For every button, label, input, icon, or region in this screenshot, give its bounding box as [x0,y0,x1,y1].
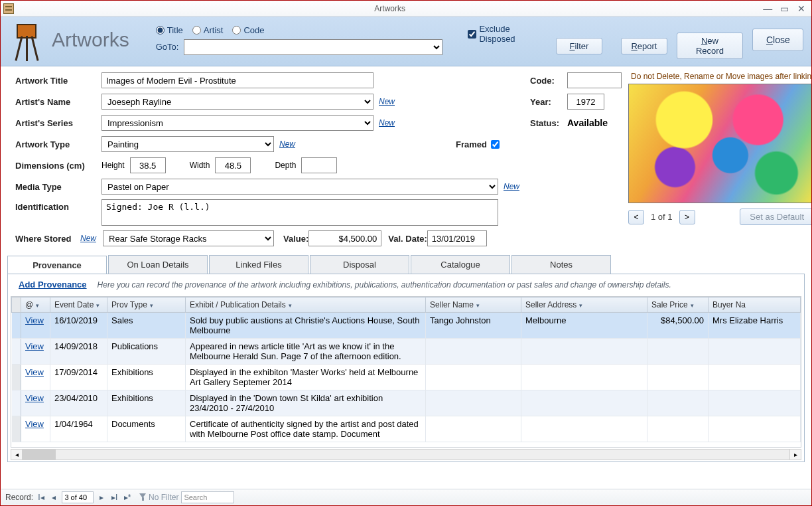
tab-disposal[interactable]: Disposal [310,255,409,274]
scroll-left-icon[interactable]: ◂ [11,450,23,460]
nav-new-icon[interactable]: ▸* [122,493,133,502]
view-link[interactable]: View [25,419,44,429]
framed-checkbox[interactable] [491,140,500,149]
tabstrip: Provenance On Loan Details Linked Files … [7,255,805,274]
new-type-link[interactable]: New [279,139,295,149]
view-link[interactable]: View [25,393,44,403]
col-details[interactable]: Exhibit / Publication Details▾ [186,297,426,313]
table-row[interactable]: View14/09/2018PublicationsAppeared in ne… [12,339,801,365]
radio-code[interactable]: Code [232,25,264,35]
title-label: Artwork Title [15,76,102,86]
width-label: Width [190,161,210,170]
tab-catalogue[interactable]: Catalogue [411,255,510,274]
depth-input[interactable] [301,157,337,173]
scroll-right-icon[interactable]: ▸ [789,450,801,460]
radio-artist[interactable]: Artist [192,25,224,35]
goto-combo[interactable] [184,39,442,55]
image-next-button[interactable]: > [679,210,695,224]
view-link[interactable]: View [25,341,44,351]
year-label: Year: [530,97,567,107]
add-provenance-link[interactable]: Add Provenance [19,280,87,290]
stored-combo[interactable]: Rear Safe Storage Racks [103,230,274,246]
nav-next-icon[interactable]: ▸ [96,493,107,502]
new-artist-link[interactable]: New [379,97,395,106]
code-input[interactable] [567,72,622,88]
col-seller[interactable]: Seller Name▾ [426,297,521,313]
media-label: Media Type [15,182,102,192]
tab-linked-files[interactable]: Linked Files [209,255,308,274]
image-warning: Do not Delete, Rename or Move images aft… [628,72,812,81]
header-band: Artworks Title Artist Code GoTo: Exclude… [1,17,811,66]
tab-body: Add Provenance Here you can record the p… [7,274,805,462]
valdate-input[interactable] [427,230,487,246]
report-button[interactable]: Report [621,38,667,54]
image-prev-button[interactable]: < [628,210,644,224]
new-media-link[interactable]: New [504,182,519,191]
height-input[interactable] [130,157,166,173]
view-link[interactable]: View [25,315,44,325]
filter-button[interactable]: Filter [556,38,602,54]
easel-icon [11,21,41,58]
col-rowselector[interactable] [12,297,21,313]
close-icon[interactable]: ✕ [794,3,809,14]
nav-prev-icon[interactable]: ◂ [48,493,59,502]
depth-label: Depth [275,161,296,170]
artwork-image[interactable] [628,84,812,203]
nav-last-icon[interactable]: ▸I [109,493,120,502]
tab-provenance[interactable]: Provenance [7,256,107,274]
window-title: Artworks [19,4,760,13]
new-series-link[interactable]: New [379,118,395,127]
maximize-icon[interactable]: ▭ [778,3,792,14]
table-row[interactable]: View23/04/2010ExhibitionsDisplayed in th… [12,390,801,416]
view-link[interactable]: View [25,367,44,377]
app-icon [3,3,14,14]
col-date[interactable]: Event Date▾ [50,297,107,313]
nav-first-icon[interactable]: I◂ [36,493,46,502]
col-price[interactable]: Sale Price▾ [647,297,709,313]
page-heading: Artworks [52,29,129,51]
value-input[interactable] [308,230,381,246]
series-label: Artist's Series [15,118,102,128]
titlebar: Artworks — ▭ ✕ [1,1,811,17]
type-combo[interactable]: Painting [102,136,274,152]
exclude-disposed-checkbox[interactable]: Exclude Disposed [468,24,547,44]
grid-hscrollbar[interactable]: ◂ ▸ [11,449,801,460]
col-buyer[interactable]: Buyer Na [709,297,801,313]
artist-label: Artist's Name [15,97,102,107]
year-input[interactable] [567,94,604,110]
tab-notes[interactable]: Notes [511,255,611,274]
code-label: Code: [530,76,567,86]
ident-input[interactable] [102,199,498,226]
col-addr[interactable]: Seller Address▾ [521,297,647,313]
provenance-hint: Here you can record the provenance of th… [98,280,671,290]
col-type[interactable]: Prov Type▾ [107,297,186,313]
ident-label: Identification [15,199,102,212]
record-position-input[interactable] [62,491,94,503]
col-at[interactable]: @▾ [21,297,50,313]
minimize-icon[interactable]: — [760,3,775,14]
image-nav-label: 1 of 1 [651,212,673,222]
new-stored-link[interactable]: New [80,234,96,243]
status-label: Status: [530,118,567,128]
tab-onloan[interactable]: On Loan Details [108,255,208,274]
series-combo[interactable]: Impressionism [102,115,373,131]
height-label: Height [102,161,125,170]
width-input[interactable] [215,157,251,173]
table-row[interactable]: View17/09/2014ExhibitionsDisplayed in th… [12,365,801,390]
stored-label: Where Stored [15,234,80,244]
table-row[interactable]: View1/04/1964DocumentsCertificate of aut… [12,416,801,442]
close-button[interactable]: Close [752,29,803,51]
set-default-button[interactable]: Set as Default [740,209,812,225]
record-search-input[interactable] [181,491,234,503]
provenance-grid[interactable]: @▾ Event Date▾ Prov Type▾ Exhibit / Publ… [11,296,801,448]
media-combo[interactable]: Pastel on Paper [102,179,498,195]
record-navigator: Record: I◂ ◂ ▸ ▸I ▸* No Filter [1,489,811,505]
artist-combo[interactable]: Joeseph Rayline [102,94,373,110]
new-record-button[interactable]: New Record [677,33,743,59]
record-label: Record: [5,493,33,502]
no-filter-indicator[interactable]: No Filter [139,493,178,502]
radio-title[interactable]: Title [156,25,183,35]
title-input[interactable] [102,72,373,88]
table-row[interactable]: View16/10/2019SalesSold buy public austi… [12,313,801,339]
framed-label: Framed [456,139,487,149]
